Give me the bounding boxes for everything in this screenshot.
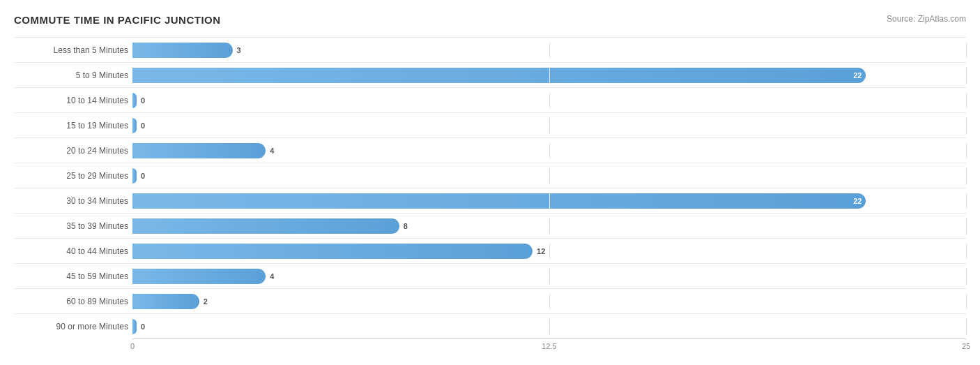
bar-label: 15 to 19 Minutes: [14, 121, 132, 131]
bar: [132, 118, 137, 133]
bar-row: 35 to 39 Minutes8: [14, 213, 966, 238]
bar-row: 60 to 89 Minutes2: [14, 288, 966, 313]
bar-value-outside-label: 0: [141, 96, 145, 105]
bar-container: 12: [132, 244, 966, 259]
bar: [132, 244, 533, 259]
bar-label: 30 to 34 Minutes: [14, 196, 132, 206]
bar-row: 5 to 9 Minutes22: [14, 62, 966, 87]
bar-label: 35 to 39 Minutes: [14, 221, 132, 231]
bar: [132, 319, 137, 334]
bar-container: 0: [132, 168, 966, 184]
bar-container: 0: [132, 93, 966, 108]
bar-value-outside-label: 0: [141, 172, 145, 180]
bar-container: 0: [132, 118, 966, 133]
chart-area: Less than 5 Minutes35 to 9 Minutes2210 t…: [14, 37, 966, 352]
bar-label: 20 to 24 Minutes: [14, 146, 132, 156]
bar: [132, 168, 137, 184]
bar-row: Less than 5 Minutes3: [14, 37, 966, 62]
x-axis-tick: 25: [962, 342, 970, 350]
source-label: Source: ZipAtlas.com: [887, 14, 966, 24]
bar-value-outside-label: 4: [270, 147, 274, 155]
bar-value-label: 22: [853, 197, 862, 205]
bar-label: 10 to 14 Minutes: [14, 96, 132, 105]
bar: [132, 294, 199, 309]
bar-container: 8: [132, 218, 966, 234]
bar-container: 3: [132, 43, 966, 58]
bar: 22: [132, 68, 866, 83]
bar-value-outside-label: 4: [270, 272, 274, 281]
bar-row: 45 to 59 Minutes4: [14, 263, 966, 288]
bar-row: 25 to 29 Minutes0: [14, 163, 966, 188]
bar-label: 90 or more Minutes: [14, 322, 132, 332]
bar-value-outside-label: 12: [537, 247, 545, 255]
bar-row: 90 or more Minutes0: [14, 313, 966, 338]
bar-label: 5 to 9 Minutes: [14, 70, 132, 80]
bar-value-outside-label: 3: [237, 46, 241, 54]
bar-container: 0: [132, 319, 966, 334]
bar: [132, 269, 266, 284]
bar-container: 4: [132, 269, 966, 284]
bar: [132, 43, 233, 58]
bar-row: 20 to 24 Minutes4: [14, 137, 966, 163]
bar-container: 22: [132, 68, 966, 83]
bar-row: 10 to 14 Minutes0: [14, 87, 966, 112]
x-axis-tick: 12.5: [542, 342, 556, 350]
bar-label: Less than 5 Minutes: [14, 45, 132, 55]
bar: [132, 218, 399, 234]
chart-title: COMMUTE TIME IN PACIFIC JUNCTION: [14, 14, 221, 26]
bar-row: 15 to 19 Minutes0: [14, 112, 966, 137]
bar-value-outside-label: 8: [404, 222, 408, 230]
bar-container: 2: [132, 294, 966, 309]
bar: [132, 143, 266, 158]
bar-value-outside-label: 0: [141, 322, 145, 331]
bar-value-label: 22: [853, 71, 862, 80]
bar-value-outside-label: 0: [141, 121, 145, 130]
bar: 22: [132, 193, 866, 209]
bar-label: 60 to 89 Minutes: [14, 297, 132, 306]
bar-container: 22: [132, 193, 966, 209]
bar-label: 45 to 59 Minutes: [14, 271, 132, 281]
bar: [132, 93, 137, 108]
bar-label: 40 to 44 Minutes: [14, 246, 132, 256]
bar-value-outside-label: 2: [204, 297, 208, 306]
bar-row: 30 to 34 Minutes22: [14, 188, 966, 213]
x-axis-tick: 0: [130, 342, 135, 350]
bar-container: 4: [132, 143, 966, 158]
bar-row: 40 to 44 Minutes12: [14, 238, 966, 263]
bar-label: 25 to 29 Minutes: [14, 171, 132, 181]
